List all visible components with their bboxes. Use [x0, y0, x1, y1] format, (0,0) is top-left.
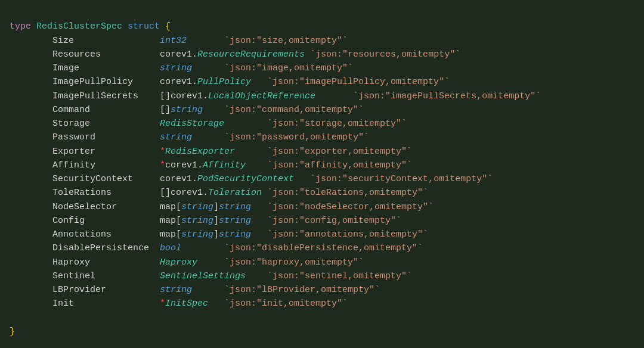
field-line: ImagePullSecrets []corev1.LocalObjectRef…	[10, 89, 634, 103]
field-line: LBProvider string `json:"lBProvider,omit…	[10, 283, 634, 297]
field-line: Annotations map[string]string `json:"ann…	[10, 228, 634, 241]
field-line: DisablePersistence bool `json:"disablePe…	[10, 241, 634, 255]
field-line: Haproxy Haproxy `json:"haproxy,omitempty…	[10, 256, 634, 269]
field-line: Command []string `json:"command,omitempt…	[10, 103, 634, 117]
type-keyword: type	[10, 21, 31, 32]
open-brace: {	[165, 21, 171, 32]
field-line: SecurityContext corev1.PodSecurityContex…	[10, 172, 634, 186]
field-line: ToleRations []corev1.Toleration `json:"t…	[10, 186, 634, 200]
field-line: Storage RedisStorage `json:"storage,omit…	[10, 117, 634, 130]
field-line: NodeSelector map[string]string `json:"no…	[10, 200, 634, 214]
close-brace-line: }	[10, 311, 634, 339]
field-line: Sentinel SentinelSettings `json:"sentine…	[10, 269, 634, 283]
field-line: Password string `json:"password,omitempt…	[10, 130, 634, 144]
field-line: Image string `json:"image,omitempty"`	[10, 61, 634, 75]
field-line: Config map[string]string `json:"config,o…	[10, 214, 634, 228]
fields-container: Size int32 `json:"size,omitempty"` Resou…	[10, 34, 634, 311]
close-brace: }	[10, 327, 15, 337]
field-line: Init *InitSpec `json:"init,omitempty"`	[10, 297, 634, 310]
struct-keyword: struct	[128, 21, 160, 32]
field-line: ImagePullPolicy corev1.PullPolicy `json:…	[10, 75, 634, 89]
field-line: Resources corev1.ResourceRequirements `j…	[10, 48, 634, 61]
field-line: Affinity *corev1.Affinity `json:"affinit…	[10, 159, 634, 172]
code-container: type RedisClusterSpec struct {	[10, 6, 634, 34]
field-line: Size int32 `json:"size,omitempty"`	[10, 34, 634, 48]
field-line: Exporter *RedisExporter `json:"exporter,…	[10, 145, 634, 159]
struct-name: RedisClusterSpec	[36, 21, 122, 32]
